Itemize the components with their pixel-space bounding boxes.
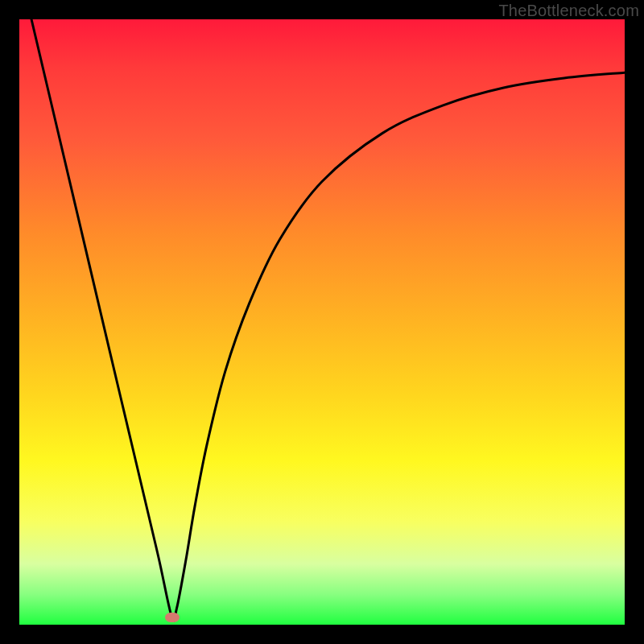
attribution-text: TheBottleneck.com — [498, 2, 639, 20]
bottleneck-curve — [19, 19, 625, 625]
chart-area — [19, 19, 625, 625]
optimum-marker — [165, 613, 180, 622]
